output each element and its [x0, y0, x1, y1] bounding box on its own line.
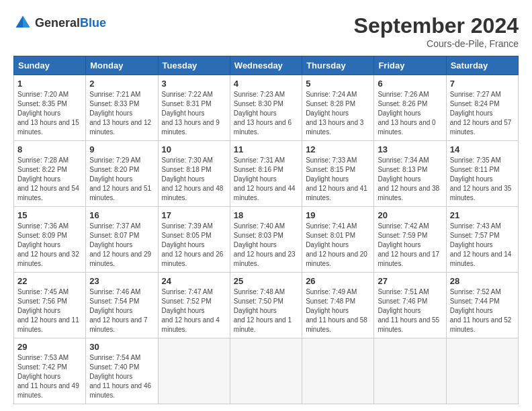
title-block: September 2024 Cours-de-Pile, France — [354, 13, 519, 49]
day-number: 2 — [89, 79, 154, 89]
day-info: Sunrise: 7:31 AM Sunset: 8:16 PM Dayligh… — [234, 156, 298, 203]
day-cell: 13 Sunrise: 7:34 AM Sunset: 8:13 PM Dayl… — [374, 141, 446, 207]
day-number: 7 — [450, 79, 515, 89]
day-cell: 22 Sunrise: 7:45 AM Sunset: 7:56 PM Dayl… — [14, 273, 86, 338]
day-number: 6 — [378, 79, 442, 89]
day-cell: 4 Sunrise: 7:23 AM Sunset: 8:30 PM Dayli… — [230, 75, 302, 141]
day-cell: 15 Sunrise: 7:36 AM Sunset: 8:09 PM Dayl… — [14, 207, 86, 273]
day-cell: 30 Sunrise: 7:54 AM Sunset: 7:40 PM Dayl… — [86, 338, 158, 404]
day-info: Sunrise: 7:48 AM Sunset: 7:50 PM Dayligh… — [234, 287, 298, 334]
day-cell: 29 Sunrise: 7:53 AM Sunset: 7:42 PM Dayl… — [14, 338, 86, 404]
day-number: 1 — [17, 79, 82, 89]
day-number: 23 — [89, 276, 154, 286]
day-number: 21 — [450, 210, 515, 220]
week-row-1: 1 Sunrise: 7:20 AM Sunset: 8:35 PM Dayli… — [14, 75, 519, 141]
day-info: Sunrise: 7:21 AM Sunset: 8:33 PM Dayligh… — [89, 90, 154, 137]
day-cell: 10 Sunrise: 7:30 AM Sunset: 8:18 PM Dayl… — [158, 141, 230, 207]
day-cell: 24 Sunrise: 7:47 AM Sunset: 7:52 PM Dayl… — [158, 273, 230, 338]
header-sunday: Sunday — [14, 56, 86, 75]
logo: GeneralBlue — [13, 13, 106, 32]
calendar-table: Sunday Monday Tuesday Wednesday Thursday… — [13, 56, 519, 404]
day-info: Sunrise: 7:27 AM Sunset: 8:24 PM Dayligh… — [450, 90, 515, 137]
header-tuesday: Tuesday — [158, 56, 230, 75]
day-info: Sunrise: 7:43 AM Sunset: 7:57 PM Dayligh… — [450, 222, 515, 269]
day-info: Sunrise: 7:52 AM Sunset: 7:44 PM Dayligh… — [450, 287, 515, 334]
week-row-3: 15 Sunrise: 7:36 AM Sunset: 8:09 PM Dayl… — [14, 207, 519, 273]
day-number: 12 — [306, 144, 370, 154]
day-number: 27 — [378, 276, 442, 286]
day-number: 20 — [378, 210, 442, 220]
day-number: 3 — [162, 79, 226, 89]
day-number: 28 — [450, 276, 515, 286]
day-cell: 21 Sunrise: 7:43 AM Sunset: 7:57 PM Dayl… — [446, 207, 518, 273]
day-cell: 1 Sunrise: 7:20 AM Sunset: 8:35 PM Dayli… — [14, 75, 86, 141]
day-info: Sunrise: 7:37 AM Sunset: 8:07 PM Dayligh… — [89, 222, 154, 269]
day-number: 11 — [234, 144, 298, 154]
day-info: Sunrise: 7:45 AM Sunset: 7:56 PM Dayligh… — [17, 287, 82, 334]
header-friday: Friday — [374, 56, 446, 75]
week-row-4: 22 Sunrise: 7:45 AM Sunset: 7:56 PM Dayl… — [14, 273, 519, 338]
day-cell: 14 Sunrise: 7:35 AM Sunset: 8:11 PM Dayl… — [446, 141, 518, 207]
day-number: 29 — [17, 342, 82, 352]
page-header: GeneralBlue September 2024 Cours-de-Pile… — [13, 13, 519, 49]
location: Cours-de-Pile, France — [354, 38, 519, 49]
day-info: Sunrise: 7:34 AM Sunset: 8:13 PM Dayligh… — [378, 156, 442, 203]
day-number: 19 — [306, 210, 370, 220]
day-cell: 8 Sunrise: 7:28 AM Sunset: 8:22 PM Dayli… — [14, 141, 86, 207]
day-info: Sunrise: 7:46 AM Sunset: 7:54 PM Dayligh… — [89, 287, 154, 334]
day-cell: 26 Sunrise: 7:49 AM Sunset: 7:48 PM Dayl… — [302, 273, 374, 338]
header-monday: Monday — [86, 56, 158, 75]
day-info: Sunrise: 7:51 AM Sunset: 7:46 PM Dayligh… — [378, 287, 442, 334]
day-number: 14 — [450, 144, 515, 154]
day-number: 26 — [306, 276, 370, 286]
day-cell: 11 Sunrise: 7:31 AM Sunset: 8:16 PM Dayl… — [230, 141, 302, 207]
day-info: Sunrise: 7:49 AM Sunset: 7:48 PM Dayligh… — [306, 287, 370, 334]
week-row-2: 8 Sunrise: 7:28 AM Sunset: 8:22 PM Dayli… — [14, 141, 519, 207]
header-thursday: Thursday — [302, 56, 374, 75]
day-info: Sunrise: 7:53 AM Sunset: 7:42 PM Dayligh… — [17, 353, 82, 400]
day-info: Sunrise: 7:54 AM Sunset: 7:40 PM Dayligh… — [89, 353, 154, 400]
day-cell: 5 Sunrise: 7:24 AM Sunset: 8:28 PM Dayli… — [302, 75, 374, 141]
day-cell — [446, 338, 518, 404]
day-cell: 23 Sunrise: 7:46 AM Sunset: 7:54 PM Dayl… — [86, 273, 158, 338]
day-info: Sunrise: 7:20 AM Sunset: 8:35 PM Dayligh… — [17, 90, 82, 137]
day-number: 5 — [306, 79, 370, 89]
week-row-5: 29 Sunrise: 7:53 AM Sunset: 7:42 PM Dayl… — [14, 338, 519, 404]
header-wednesday: Wednesday — [230, 56, 302, 75]
day-info: Sunrise: 7:47 AM Sunset: 7:52 PM Dayligh… — [162, 287, 226, 334]
day-cell: 7 Sunrise: 7:27 AM Sunset: 8:24 PM Dayli… — [446, 75, 518, 141]
day-info: Sunrise: 7:36 AM Sunset: 8:09 PM Dayligh… — [17, 222, 82, 269]
day-info: Sunrise: 7:41 AM Sunset: 8:01 PM Dayligh… — [306, 222, 370, 269]
day-info: Sunrise: 7:26 AM Sunset: 8:26 PM Dayligh… — [378, 90, 442, 137]
day-info: Sunrise: 7:24 AM Sunset: 8:28 PM Dayligh… — [306, 90, 370, 137]
day-cell: 9 Sunrise: 7:29 AM Sunset: 8:20 PM Dayli… — [86, 141, 158, 207]
logo-icon — [13, 13, 32, 32]
day-info: Sunrise: 7:23 AM Sunset: 8:30 PM Dayligh… — [234, 90, 298, 137]
day-cell — [374, 338, 446, 404]
month-title: September 2024 — [354, 13, 519, 38]
header-saturday: Saturday — [446, 56, 518, 75]
day-number: 25 — [234, 276, 298, 286]
day-cell — [302, 338, 374, 404]
day-cell: 3 Sunrise: 7:22 AM Sunset: 8:31 PM Dayli… — [158, 75, 230, 141]
day-cell — [230, 338, 302, 404]
day-info: Sunrise: 7:42 AM Sunset: 7:59 PM Dayligh… — [378, 222, 442, 269]
svg-marker-1 — [23, 16, 30, 28]
day-info: Sunrise: 7:39 AM Sunset: 8:05 PM Dayligh… — [162, 222, 226, 269]
day-number: 10 — [162, 144, 226, 154]
day-info: Sunrise: 7:40 AM Sunset: 8:03 PM Dayligh… — [234, 222, 298, 269]
day-number: 22 — [17, 276, 82, 286]
weekday-header-row: Sunday Monday Tuesday Wednesday Thursday… — [14, 56, 519, 75]
day-cell: 2 Sunrise: 7:21 AM Sunset: 8:33 PM Dayli… — [86, 75, 158, 141]
day-number: 16 — [89, 210, 154, 220]
day-info: Sunrise: 7:22 AM Sunset: 8:31 PM Dayligh… — [162, 90, 226, 137]
day-number: 13 — [378, 144, 442, 154]
day-cell — [158, 338, 230, 404]
day-number: 9 — [89, 144, 154, 154]
day-number: 17 — [162, 210, 226, 220]
day-cell: 12 Sunrise: 7:33 AM Sunset: 8:15 PM Dayl… — [302, 141, 374, 207]
day-number: 18 — [234, 210, 298, 220]
day-cell: 18 Sunrise: 7:40 AM Sunset: 8:03 PM Dayl… — [230, 207, 302, 273]
logo-blue: Blue — [80, 16, 106, 30]
day-number: 4 — [234, 79, 298, 89]
